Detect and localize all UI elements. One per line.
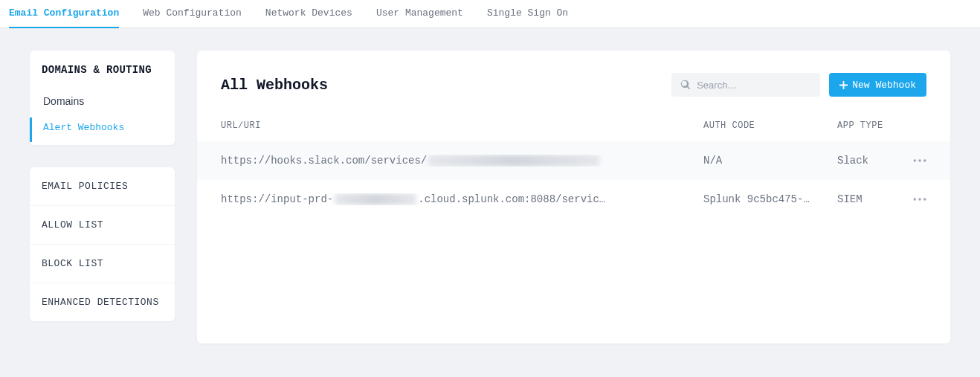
svg-point-1 <box>918 159 921 161</box>
sidebar-item-alert-webhooks[interactable]: Alert Webhooks <box>30 115 175 145</box>
plus-icon <box>839 81 848 89</box>
new-webhook-label: New Webhook <box>852 80 916 91</box>
row-actions-button[interactable] <box>897 193 926 205</box>
header-actions: New Webhook <box>671 73 926 97</box>
tab-user-management[interactable]: User Management <box>376 0 463 28</box>
url-prefix: https://hooks.slack.com/services/ <box>221 155 427 167</box>
url-prefix: https://input-prd- <box>221 193 333 205</box>
row-actions-button[interactable] <box>897 155 926 167</box>
page-title: All Webhooks <box>221 77 328 94</box>
col-header-app: APP TYPE <box>837 120 897 131</box>
redacted-block <box>428 155 599 167</box>
cell-app: SIEM <box>837 193 897 205</box>
top-tabs: Email Configuration Web Configuration Ne… <box>0 0 980 28</box>
sidebar-section-domains: DOMAINS & ROUTING Domains Alert Webhooks <box>30 51 175 145</box>
table-header: URL/URI AUTH CODE APP TYPE <box>197 103 950 141</box>
svg-point-0 <box>914 159 916 161</box>
tab-email-configuration[interactable]: Email Configuration <box>9 0 119 28</box>
search-wrap[interactable] <box>671 73 820 97</box>
table-body: https://hooks.slack.com/services/ N/A Sl… <box>197 141 950 219</box>
cell-auth: N/A <box>703 155 837 167</box>
search-input[interactable] <box>691 74 811 97</box>
tab-network-devices[interactable]: Network Devices <box>265 0 352 28</box>
more-icon <box>913 155 926 167</box>
cell-url: https://input-prd- .cloud.splunk.com:808… <box>221 193 703 205</box>
webhooks-table: URL/URI AUTH CODE APP TYPE https://hooks… <box>197 103 950 219</box>
sidebar-menu-block-list[interactable]: BLOCK LIST <box>30 245 175 283</box>
redacted-block <box>335 193 416 205</box>
sidebar-menu-enhanced-detections[interactable]: ENHANCED DETECTIONS <box>30 283 175 321</box>
sidebar-section-header: DOMAINS & ROUTING <box>30 51 175 88</box>
cell-auth: Splunk 9c5bc475-… <box>703 193 837 205</box>
table-row[interactable]: https://hooks.slack.com/services/ N/A Sl… <box>197 141 950 180</box>
svg-point-5 <box>923 198 926 200</box>
sidebar-menu-email-policies[interactable]: EMAIL POLICIES <box>30 167 175 206</box>
search-icon <box>680 80 691 90</box>
cell-app: Slack <box>837 155 897 167</box>
url-suffix: .cloud.splunk.com:8088/servic… <box>418 193 605 205</box>
tab-single-sign-on[interactable]: Single Sign On <box>487 0 568 28</box>
sidebar: DOMAINS & ROUTING Domains Alert Webhooks… <box>30 51 175 344</box>
new-webhook-button[interactable]: New Webhook <box>829 73 926 97</box>
main-card: All Webhooks New Webhook URL/URI AUTH CO… <box>197 51 950 344</box>
svg-point-2 <box>923 159 926 161</box>
tab-web-configuration[interactable]: Web Configuration <box>143 0 242 28</box>
main-header: All Webhooks New Webhook <box>197 51 950 103</box>
col-header-actions <box>897 120 926 131</box>
col-header-url: URL/URI <box>221 120 703 131</box>
sidebar-menu-allow-list[interactable]: ALLOW LIST <box>30 206 175 245</box>
sidebar-menu-card: EMAIL POLICIES ALLOW LIST BLOCK LIST ENH… <box>30 167 175 321</box>
sidebar-item-domains[interactable]: Domains <box>30 88 175 115</box>
svg-point-3 <box>914 198 916 200</box>
cell-url: https://hooks.slack.com/services/ <box>221 155 703 167</box>
more-icon <box>913 193 926 205</box>
table-row[interactable]: https://input-prd- .cloud.splunk.com:808… <box>197 180 950 219</box>
col-header-auth: AUTH CODE <box>703 120 837 131</box>
svg-point-4 <box>918 198 921 200</box>
